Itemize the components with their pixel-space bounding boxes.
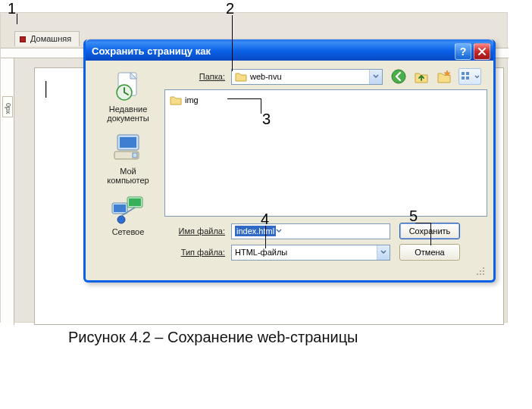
- filetype-value: HTML-файлы: [235, 248, 287, 257]
- place-recent-documents[interactable]: Недавние документы: [95, 68, 161, 123]
- text-caret: |: [44, 76, 48, 99]
- callout-1-label: 1: [8, 0, 16, 17]
- tab-label: Домашняя: [30, 34, 71, 43]
- folder-combo[interactable]: web-nvu: [231, 69, 383, 85]
- dialog-toolbar: [390, 68, 481, 85]
- svg-rect-13: [462, 72, 465, 75]
- chevron-down-icon: [380, 250, 386, 254]
- filetype-dropdown-button[interactable]: [377, 245, 390, 260]
- vruler-zero: 0px: [2, 96, 13, 117]
- figure-caption: Рисунок 4.2 – Сохранение web-страницы: [68, 329, 358, 346]
- my-computer-icon: [110, 130, 146, 164]
- resize-grip-icon: [474, 265, 485, 276]
- place-label: Сетевое: [95, 227, 161, 236]
- svg-rect-6: [133, 153, 137, 158]
- folder-value: web-nvu: [250, 72, 282, 81]
- chevron-down-icon: [276, 229, 282, 233]
- svg-point-12: [392, 70, 405, 83]
- views-menu-button[interactable]: [458, 68, 481, 85]
- svg-point-20: [477, 273, 478, 275]
- filename-value: index.html: [235, 226, 276, 236]
- recent-docs-icon: [111, 70, 146, 101]
- chevron-down-icon: [474, 75, 480, 79]
- save-button[interactable]: Сохранить: [399, 223, 460, 239]
- folder-label: Папка:: [164, 72, 231, 81]
- help-icon: ?: [460, 45, 467, 58]
- svg-point-19: [483, 270, 484, 272]
- list-item[interactable]: img: [170, 93, 482, 107]
- callout-3-line-h: [227, 98, 261, 99]
- callout-2-label: 2: [226, 0, 234, 17]
- callout-3-label: 3: [262, 111, 271, 128]
- callout-5-line-v: [430, 223, 431, 245]
- up-one-level-icon: [414, 70, 429, 83]
- svg-point-11: [117, 216, 125, 223]
- help-button[interactable]: ?: [455, 43, 471, 60]
- place-label: Недавние документы: [95, 105, 161, 123]
- folder-icon: [170, 95, 182, 105]
- svg-rect-4: [120, 137, 136, 148]
- filename-label: Имя файла:: [164, 226, 231, 236]
- svg-rect-10: [129, 198, 141, 206]
- filename-dropdown-button[interactable]: [276, 229, 282, 233]
- place-label: Мой компьютер: [95, 167, 161, 185]
- svg-point-18: [480, 270, 481, 272]
- svg-rect-8: [114, 204, 126, 212]
- resize-grip[interactable]: [164, 265, 487, 277]
- places-bar: Недавние документы Мой компьютер: [92, 68, 164, 277]
- callout-2-line: [232, 15, 233, 71]
- callout-5-line-h: [415, 223, 430, 223]
- cancel-button[interactable]: Отмена: [399, 244, 460, 261]
- folder-icon: [235, 71, 247, 82]
- place-my-computer[interactable]: Мой компьютер: [95, 129, 161, 185]
- filetype-label: Тип файла:: [164, 248, 231, 257]
- callout-3-line-v: [261, 98, 261, 114]
- close-tab-icon[interactable]: [20, 36, 26, 42]
- svg-rect-15: [462, 76, 465, 80]
- svg-rect-14: [466, 72, 469, 75]
- folder-dropdown-button[interactable]: [369, 70, 382, 84]
- place-network[interactable]: Сетевое: [95, 191, 161, 236]
- svg-point-22: [483, 273, 484, 275]
- new-folder-button[interactable]: [436, 68, 452, 85]
- new-folder-icon: [437, 70, 452, 83]
- dialog-titlebar[interactable]: Сохранить страницу как ?: [86, 39, 493, 61]
- callout-4-line: [265, 226, 266, 248]
- back-icon: [391, 69, 406, 84]
- close-button[interactable]: [474, 43, 490, 60]
- filename-field[interactable]: index.html: [231, 223, 390, 239]
- network-places-icon: [109, 192, 147, 224]
- list-item-label: img: [185, 95, 199, 105]
- svg-point-17: [483, 267, 484, 269]
- file-list[interactable]: img: [164, 89, 487, 217]
- back-button[interactable]: [390, 68, 407, 85]
- svg-point-21: [480, 273, 481, 275]
- close-icon: [477, 47, 487, 56]
- up-one-level-button[interactable]: [413, 68, 430, 85]
- save-as-dialog: Сохранить страницу как ? Недавние докуме…: [83, 39, 496, 283]
- callout-1-line: [17, 14, 17, 24]
- svg-rect-16: [466, 76, 469, 80]
- chevron-down-icon: [373, 74, 379, 79]
- dialog-title: Сохранить страницу как: [92, 45, 452, 57]
- filetype-combo[interactable]: HTML-файлы: [231, 245, 390, 261]
- document-tab[interactable]: Домашняя: [14, 31, 80, 46]
- views-menu-icon: [461, 71, 473, 82]
